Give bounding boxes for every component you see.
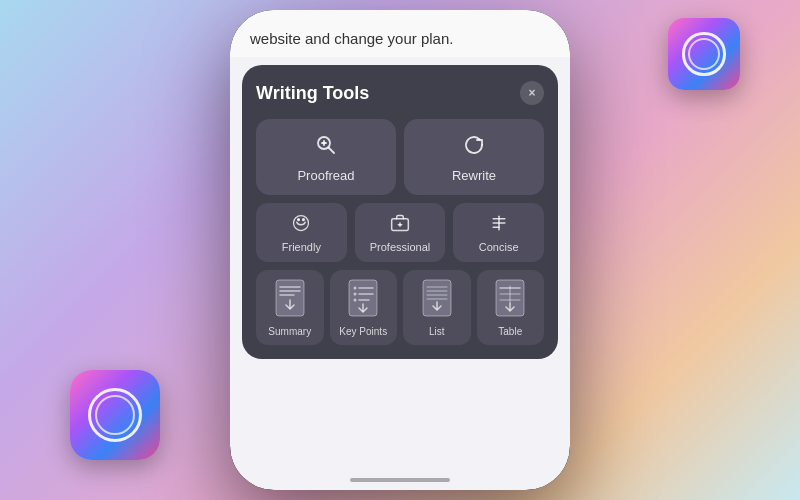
friendly-icon (291, 213, 311, 236)
svg-point-22 (354, 293, 357, 296)
close-button[interactable]: × (520, 81, 544, 105)
phone-top-text: website and change your plan. (230, 10, 570, 57)
ai-icon-shape-top (668, 18, 740, 90)
svg-point-4 (298, 219, 300, 221)
summary-button[interactable]: Summary (256, 270, 324, 345)
table-button[interactable]: Table (477, 270, 545, 345)
svg-point-24 (354, 299, 357, 302)
phone-frame: website and change your plan. Writing To… (230, 10, 570, 490)
professional-label: Professional (370, 241, 431, 253)
svg-point-20 (354, 287, 357, 290)
bot-row: Summary (256, 270, 544, 345)
professional-icon (390, 213, 410, 236)
rewrite-label: Rewrite (452, 168, 496, 183)
proofread-label: Proofread (297, 168, 354, 183)
list-icon (419, 278, 455, 322)
top-row: Proofread Rewrite (256, 119, 544, 195)
proofread-icon (314, 133, 338, 161)
home-indicator (350, 478, 450, 482)
friendly-label: Friendly (282, 241, 321, 253)
list-button[interactable]: List (403, 270, 471, 345)
svg-point-5 (303, 219, 305, 221)
concise-button[interactable]: Concise (453, 203, 544, 262)
ai-icon-ring-top (682, 32, 725, 75)
key-points-button[interactable]: Key Points (330, 270, 398, 345)
concise-label: Concise (479, 241, 519, 253)
svg-line-1 (329, 148, 335, 154)
ai-icon-shape-bottom (70, 370, 160, 460)
proofread-button[interactable]: Proofread (256, 119, 396, 195)
ai-icon-top-right (668, 18, 740, 90)
ai-icon-bottom-left (70, 370, 160, 460)
key-points-icon (345, 278, 381, 322)
svg-rect-14 (276, 280, 304, 316)
panel-header: Writing Tools × (256, 81, 544, 105)
concise-icon (489, 213, 509, 236)
rewrite-button[interactable]: Rewrite (404, 119, 544, 195)
key-points-label: Key Points (339, 326, 387, 337)
professional-button[interactable]: Professional (355, 203, 446, 262)
svg-point-6 (294, 216, 309, 231)
phone-screen: website and change your plan. Writing To… (230, 10, 570, 490)
summary-label: Summary (268, 326, 311, 337)
list-label: List (429, 326, 445, 337)
summary-icon (272, 278, 308, 322)
friendly-button[interactable]: Friendly (256, 203, 347, 262)
table-label: Table (498, 326, 522, 337)
writing-tools-panel: Writing Tools × Proofread (242, 65, 558, 359)
mid-row: Friendly Professional (256, 203, 544, 262)
rewrite-icon (462, 133, 486, 161)
top-text-content: website and change your plan. (250, 30, 453, 47)
ai-icon-ring-bottom (88, 388, 142, 442)
table-icon (492, 278, 528, 322)
panel-title: Writing Tools (256, 83, 369, 104)
